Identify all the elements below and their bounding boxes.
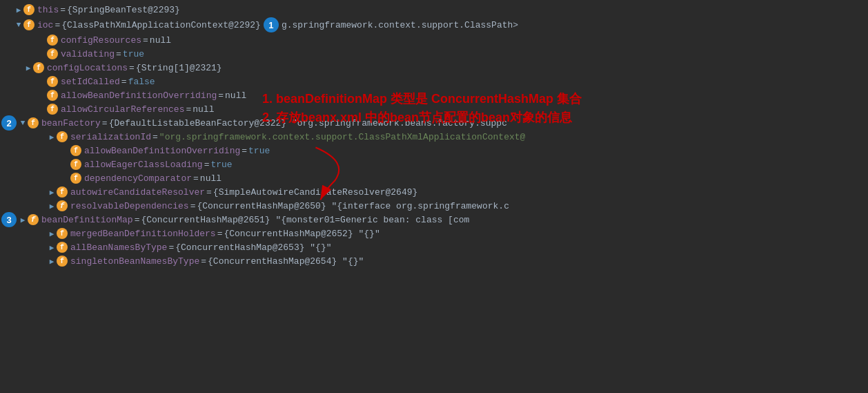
equals: =: [60, 5, 66, 15]
equals: =: [190, 201, 196, 211]
field-value: null: [225, 90, 246, 101]
field-name: resolvableDependencies: [70, 201, 189, 211]
field-value: {SpringBeanTest@2293}: [67, 5, 180, 15]
field-name: allowBeanDefinitionOverriding: [61, 90, 217, 101]
expand-arrow[interactable]: [47, 257, 57, 266]
expand-arrow-beandefmap[interactable]: [18, 215, 28, 224]
field-name: allBeanNamesByType: [70, 242, 167, 253]
field-icon: f: [57, 242, 68, 253]
field-icon: f: [70, 145, 81, 156]
expand-arrow[interactable]: [23, 64, 33, 73]
configResources-row: f configResources = null: [0, 33, 868, 47]
equals: =: [168, 242, 174, 253]
field-icon-italic: f: [57, 200, 68, 211]
equals: =: [116, 49, 121, 59]
field-icon: f: [33, 62, 44, 73]
expand-arrow[interactable]: [47, 133, 57, 142]
field-value: null: [150, 35, 171, 46]
dependencyComparator-row: f dependencyComparator = null: [0, 171, 868, 185]
field-name-beanfactory: beanFactory: [41, 118, 101, 128]
equals: =: [135, 215, 140, 225]
field-icon: f: [57, 131, 68, 142]
expand-arrow-ioc[interactable]: [14, 21, 23, 29]
field-icon: f: [47, 35, 58, 46]
expand-arrow[interactable]: [47, 229, 57, 238]
validating-row: f validating = true: [0, 47, 868, 61]
equals: =: [121, 77, 127, 87]
equals: =: [143, 35, 148, 46]
field-value: "org.springframework.context.support.Cla…: [159, 132, 526, 142]
field-value: null: [193, 104, 214, 115]
annotation-box: 1. beanDefinitionMap 类型是 ConcurrentHashM…: [262, 90, 582, 127]
field-name: singletonBeanNamesByType: [70, 256, 199, 267]
field-value: {ConcurrentHashMap@2650} "{interface org…: [197, 201, 509, 211]
field-name: this: [37, 5, 59, 15]
this-row: f this = {SpringBeanTest@2293}: [0, 3, 868, 17]
badge-2: 2: [1, 115, 17, 131]
debugger-panel: 1. beanDefinitionMap 类型是 ConcurrentHashM…: [0, 0, 868, 271]
field-name: configResources: [61, 35, 141, 46]
field-value-beandefmap: {ConcurrentHashMap@2651} "{monster01=Gen…: [141, 215, 469, 225]
field-name-ioc: ioc: [37, 20, 53, 30]
serializationId-row: f serializationId = "org.springframework…: [0, 130, 868, 144]
field-icon-ioc: f: [23, 19, 34, 30]
allowBeanDefinitionOverriding2-row: f allowBeanDefinitionOverriding = true: [0, 144, 868, 157]
allBeanNamesByType-row: f allBeanNamesByType = {ConcurrentHashMa…: [0, 240, 868, 254]
field-value: {ConcurrentHashMap@2653} "{}": [175, 242, 331, 253]
expand-arrow[interactable]: [47, 188, 57, 197]
field-value: {ConcurrentHashMap@2654} "{}": [208, 256, 364, 267]
field-value: false: [128, 77, 155, 87]
field-name: mergedBeanDefinitionHolders: [70, 229, 216, 239]
field-icon: f: [57, 228, 68, 239]
annotation-line2: 2. 存放beanx.xml 中的bean节点配置的bean对象的信息: [262, 108, 582, 127]
equals: =: [152, 132, 158, 142]
setIdCalled-row: f setIdCalled = false: [0, 75, 868, 88]
mergedBeanDefinitionHolders-row: f mergedBeanDefinitionHolders = {Concurr…: [0, 227, 868, 240]
field-icon: f: [47, 48, 58, 59]
equals: =: [129, 63, 135, 73]
autowireCandidateResolver-row: f autowireCandidateResolver = {SimpleAut…: [0, 185, 868, 199]
expand-arrow[interactable]: [14, 6, 23, 15]
ioc-row: f ioc = {ClassPathXmlApplicationContext@…: [0, 17, 868, 33]
beanDefinitionMap-row: 3 f beanDefinitionMap = {ConcurrentHashM…: [0, 213, 868, 227]
badge-1: 1: [264, 17, 279, 32]
badge-3: 3: [1, 212, 17, 227]
field-value: true: [210, 160, 232, 170]
field-value: {SimpleAutowireCandidateResolver@2649}: [213, 187, 417, 198]
field-name: allowCircularReferences: [61, 104, 184, 115]
equals: =: [241, 146, 247, 156]
field-icon-beanfactory: f: [28, 117, 39, 128]
field-name-beandefmap: beanDefinitionMap: [41, 215, 133, 225]
field-icon: f: [47, 90, 58, 101]
equals: =: [217, 229, 223, 239]
field-icon: f: [70, 173, 81, 184]
field-value: true: [123, 49, 144, 59]
resolvableDependencies-row: f resolvableDependencies = {ConcurrentHa…: [0, 199, 868, 213]
equals: =: [201, 256, 206, 267]
field-icon: f: [47, 76, 58, 87]
field-value: true: [248, 146, 270, 156]
expand-arrow[interactable]: [47, 243, 57, 252]
field-value: {ConcurrentHashMap@2652} "{}": [224, 229, 379, 239]
equals: =: [102, 118, 108, 128]
singletonBeanNamesByType-row: f singletonBeanNamesByType = {Concurrent…: [0, 254, 868, 268]
field-value: {String[1]@2321}: [136, 63, 222, 73]
configLocations-row: f configLocations = {String[1]@2321}: [0, 61, 868, 75]
equals: =: [186, 104, 191, 115]
field-icon: f: [57, 186, 68, 198]
expand-arrow[interactable]: [47, 202, 57, 211]
field-name: configLocations: [47, 63, 128, 73]
allowEagerClassLoading-row: f allowEagerClassLoading = true: [0, 157, 868, 171]
expand-arrow-beanfactory[interactable]: [18, 119, 28, 127]
field-icon: f: [70, 159, 81, 170]
field-icon: f: [57, 256, 68, 267]
equals: =: [206, 187, 212, 198]
field-value-ioc: {ClassPathXmlApplicationContext@2292}: [61, 20, 261, 30]
field-name: allowEagerClassLoading: [84, 160, 203, 170]
field-name: allowBeanDefinitionOverriding: [84, 146, 240, 156]
field-name: autowireCandidateResolver: [70, 187, 205, 198]
field-name: validating: [61, 49, 115, 59]
field-value-ioc-suffix: g.springframework.context.support.ClassP…: [282, 20, 518, 30]
equals: =: [55, 20, 60, 30]
field-name: serializationId: [70, 132, 151, 142]
